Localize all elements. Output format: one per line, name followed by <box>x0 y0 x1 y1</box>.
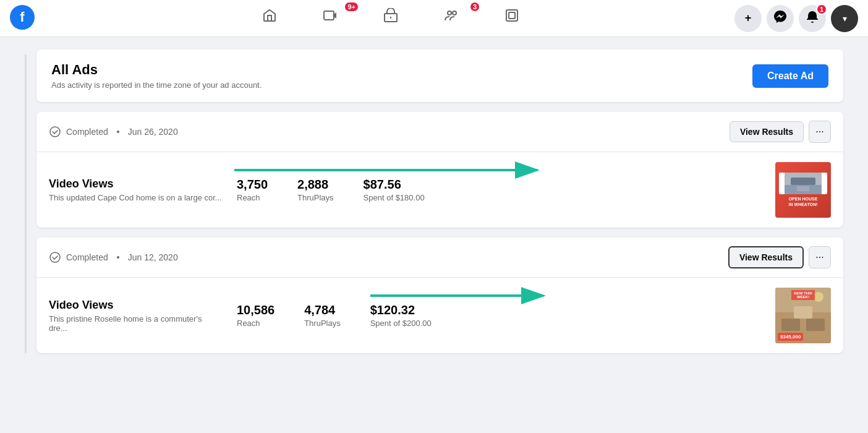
chevron-down-icon: ▾ <box>843 14 847 24</box>
ad-2-stat-spent: $120.32 Spent of $200.00 <box>370 303 432 328</box>
ad-date-2: Jun 12, 2020 <box>128 252 178 262</box>
status-dot-1 <box>117 131 119 133</box>
stat-spent-label-1: Spent of $180.00 <box>364 193 425 202</box>
ad-1-stat-thruplays: 2,888 ThruPlays <box>297 178 334 202</box>
svg-point-6 <box>448 11 451 15</box>
add-button[interactable]: + <box>734 5 762 32</box>
stat-spent-value-2: $120.32 <box>370 303 432 317</box>
page-subtitle: Ads activity is reported in the time zon… <box>51 80 262 90</box>
thumb-2-price: $345,000 <box>778 333 803 341</box>
nav-home-tab[interactable] <box>242 2 297 35</box>
svg-rect-15 <box>791 178 815 185</box>
ad-desc-2: This pristine Roselle home is a commuter… <box>49 314 222 333</box>
svg-text:f: f <box>20 9 25 25</box>
view-results-button-2[interactable]: View Results <box>728 246 804 268</box>
ad-1-actions: View Results ··· <box>730 121 831 143</box>
video-icon <box>323 8 338 27</box>
stat-thruplays-label-1: ThruPlays <box>297 193 334 202</box>
svg-rect-16 <box>797 186 809 191</box>
video-badge: 9+ <box>344 1 359 12</box>
thumb-1-text: OPEN HOUSEIN WHEATON! <box>789 196 818 207</box>
groups-badge: 3 <box>469 1 480 12</box>
plus-icon: + <box>745 12 752 25</box>
ad-status-2: Completed <box>66 252 108 262</box>
ad-card-1-header: Completed Jun 26, 2020 View Results <box>36 112 843 152</box>
ad-thumbnail-1: OPEN HOUSEIN WHEATON! <box>775 162 831 218</box>
nav-marketplace-tab[interactable] <box>363 2 419 35</box>
ad-2-stat-thruplays: 4,784 ThruPlays <box>304 303 341 328</box>
nav-tabs: 9+ 3 <box>47 2 734 35</box>
top-navigation: f 9+ <box>0 0 868 37</box>
stat-reach-value-1: 3,750 <box>237 178 268 192</box>
ad-card-2-wrapper: Completed Jun 12, 2020 View Results <box>36 238 843 353</box>
stat-reach-label-2: Reach <box>237 319 274 328</box>
stat-spent-value-1: $87.56 <box>364 178 425 192</box>
ad-card-2-body: Video Views This pristine Roselle home i… <box>36 278 843 353</box>
svg-rect-22 <box>781 319 800 331</box>
nav-logo: f <box>10 5 47 32</box>
notifications-badge: 1 <box>816 4 827 15</box>
content-area: All Ads Ads activity is reported in the … <box>36 49 843 353</box>
ad-date-1: Jun 26, 2020 <box>128 127 178 137</box>
ad-2-stat-reach: 10,586 Reach <box>237 303 274 328</box>
status-dot-2 <box>117 256 119 259</box>
view-results-button-1[interactable]: View Results <box>730 121 804 142</box>
ad-type-2: Video Views <box>49 299 222 312</box>
stat-thruplays-value-2: 4,784 <box>304 303 341 317</box>
ad-1-stat-spent: $87.56 Spent of $180.00 <box>364 178 425 202</box>
ad-card-1-wrapper: Completed Jun 26, 2020 View Results <box>36 112 843 228</box>
marketplace-icon <box>383 8 398 27</box>
stat-spent-label-2: Spent of $200.00 <box>370 319 432 328</box>
svg-point-7 <box>453 11 456 15</box>
ad-2-info: Video Views This pristine Roselle home i… <box>49 299 222 333</box>
nav-actions: + 1 ▾ <box>734 5 858 32</box>
page-title: All Ads <box>51 62 262 78</box>
svg-point-10 <box>50 127 60 137</box>
svg-rect-2 <box>324 11 334 20</box>
nav-groups-tab[interactable]: 3 <box>423 2 479 35</box>
more-icon-1: ··· <box>815 126 823 137</box>
header-text: All Ads Ads activity is reported in the … <box>51 62 262 90</box>
stat-reach-value-2: 10,586 <box>237 303 274 317</box>
svg-rect-8 <box>506 10 517 21</box>
more-options-button-1[interactable]: ··· <box>809 121 831 143</box>
main-content: All Ads Ads activity is reported in the … <box>0 37 868 366</box>
groups-icon <box>444 8 459 27</box>
ad-card-2-header: Completed Jun 12, 2020 View Results <box>36 238 843 278</box>
stat-reach-label-1: Reach <box>237 193 268 202</box>
ad-status-1: Completed <box>66 127 108 137</box>
ad-card-2: Completed Jun 12, 2020 View Results <box>36 238 843 353</box>
more-icon-2: ··· <box>815 252 823 263</box>
nav-video-tab[interactable]: 9+ <box>302 2 358 35</box>
account-button[interactable]: ▾ <box>831 5 858 32</box>
svg-rect-24 <box>794 306 812 319</box>
ad-1-stat-reach: 3,750 Reach <box>237 178 268 202</box>
completed-icon-2 <box>49 251 61 264</box>
all-ads-header: All Ads Ads activity is reported in the … <box>36 49 843 102</box>
ad-card-1: Completed Jun 26, 2020 View Results <box>36 112 843 228</box>
ad-1-stats: 3,750 Reach 2,888 ThruPlays $87.56 Spent… <box>237 178 760 202</box>
thumb-1-image <box>779 173 827 194</box>
completed-icon-1 <box>49 126 61 138</box>
svg-point-17 <box>50 252 60 262</box>
ad-desc-1: This updated Cape Cod home is on a large… <box>49 193 222 202</box>
create-ad-button[interactable]: Create Ad <box>752 64 828 88</box>
pages-icon <box>504 8 519 27</box>
ad-type-1: Video Views <box>49 178 222 191</box>
nav-pages-tab[interactable] <box>484 2 540 35</box>
ad-2-actions: View Results ··· <box>728 246 831 268</box>
ad-card-1-body: Video Views This updated Cape Cod home i… <box>36 152 843 228</box>
ad-2-stats: 10,586 Reach 4,784 ThruPlays $120.32 Spe… <box>237 303 760 328</box>
left-sidebar-line <box>25 54 27 353</box>
messenger-button[interactable] <box>767 5 794 32</box>
home-icon <box>262 8 277 27</box>
svg-rect-23 <box>806 319 825 331</box>
more-options-button-2[interactable]: ··· <box>809 246 831 268</box>
svg-rect-9 <box>509 12 515 19</box>
stat-thruplays-value-1: 2,888 <box>297 178 334 192</box>
stat-thruplays-label-2: ThruPlays <box>304 319 341 328</box>
ad-thumbnail-2: NEW THISWEEK! $345,000 <box>775 288 831 343</box>
notifications-button[interactable]: 1 <box>799 5 826 32</box>
messenger-icon <box>773 10 787 27</box>
ad-1-info: Video Views This updated Cape Cod home i… <box>49 178 222 202</box>
